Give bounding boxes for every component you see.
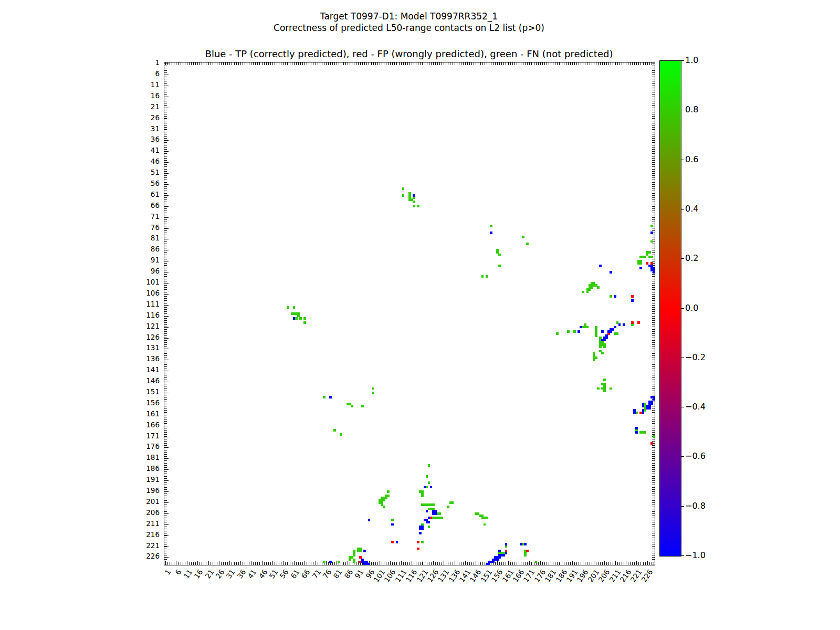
contact-point bbox=[623, 323, 625, 326]
figure-title-line1: Target T0997-D1: Model T0997RR352_1 bbox=[164, 10, 654, 22]
contact-point bbox=[505, 552, 508, 554]
contact-point bbox=[505, 543, 508, 545]
contact-point bbox=[402, 194, 405, 197]
y-tick-label: 11 bbox=[133, 81, 160, 89]
contact-point bbox=[614, 326, 617, 329]
contact-point bbox=[363, 550, 366, 552]
x-major-tick bbox=[337, 561, 337, 565]
contact-point bbox=[655, 227, 655, 229]
colorbar-tick-label: 1.0 bbox=[685, 56, 717, 65]
y-tick-label: 51 bbox=[133, 169, 160, 176]
y-tick-label: 1 bbox=[133, 59, 160, 67]
contact-point bbox=[524, 543, 527, 545]
y-major-tick bbox=[164, 162, 169, 163]
x-major-tick bbox=[251, 561, 251, 565]
contact-point bbox=[648, 407, 651, 410]
y-major-tick bbox=[164, 360, 169, 360]
colorbar-tick bbox=[681, 358, 684, 358]
colorbar bbox=[659, 60, 681, 556]
contact-point bbox=[599, 265, 602, 267]
contact-point bbox=[329, 565, 332, 565]
y-tick-label: 216 bbox=[133, 531, 160, 539]
contact-point bbox=[413, 201, 415, 203]
contact-point bbox=[413, 205, 415, 208]
contact-point bbox=[428, 526, 430, 528]
y-major-tick bbox=[164, 97, 169, 97]
contact-point bbox=[372, 387, 375, 390]
x-major-tick bbox=[647, 561, 648, 565]
contact-point bbox=[635, 412, 638, 414]
contact-point bbox=[655, 392, 655, 394]
y-tick-label: 66 bbox=[133, 202, 160, 209]
contact-point bbox=[655, 396, 655, 398]
y-tick-label: 181 bbox=[133, 454, 160, 461]
contact-point bbox=[496, 559, 499, 561]
contact-point bbox=[351, 405, 353, 407]
y-major-tick bbox=[164, 524, 169, 525]
contact-point bbox=[603, 379, 606, 381]
x-major-tick bbox=[208, 561, 209, 565]
contact-point bbox=[492, 561, 495, 563]
contact-point bbox=[524, 554, 527, 556]
contact-point bbox=[567, 330, 570, 333]
contact-point bbox=[502, 554, 505, 556]
contact-point bbox=[610, 271, 612, 274]
axes-title: Blue - TP (correctly predicted), red - F… bbox=[138, 48, 680, 59]
y-tick-label: 136 bbox=[133, 355, 160, 363]
y-tick-label: 126 bbox=[133, 333, 160, 341]
y-major-tick bbox=[164, 140, 169, 141]
x-major-tick bbox=[401, 561, 402, 565]
y-major-tick bbox=[164, 557, 169, 558]
contact-point bbox=[595, 334, 597, 337]
y-major-tick bbox=[164, 184, 169, 185]
x-major-tick bbox=[562, 561, 562, 565]
y-tick-label: 16 bbox=[133, 92, 160, 100]
contact-point bbox=[402, 187, 405, 190]
contact-point bbox=[361, 405, 364, 407]
contact-point bbox=[383, 499, 385, 502]
x-major-tick bbox=[165, 561, 166, 565]
contact-point bbox=[428, 521, 430, 523]
contact-point bbox=[303, 321, 306, 324]
contact-point bbox=[655, 271, 655, 274]
y-major-tick bbox=[164, 250, 169, 250]
contact-point bbox=[522, 236, 524, 238]
contact-point bbox=[650, 232, 653, 234]
x-major-tick bbox=[594, 561, 594, 565]
contact-point bbox=[426, 510, 428, 513]
y-tick-label: 96 bbox=[133, 267, 160, 275]
colorbar-tick bbox=[681, 407, 684, 407]
y-major-tick bbox=[164, 305, 169, 306]
colorbar-tick bbox=[681, 160, 684, 160]
figure-title-line2: Correctness of predicted L50-range conta… bbox=[164, 22, 654, 34]
contact-point bbox=[323, 561, 326, 563]
y-tick-label: 146 bbox=[133, 377, 160, 385]
contact-point bbox=[591, 286, 593, 289]
x-major-tick bbox=[262, 561, 262, 565]
y-tick-label: 26 bbox=[133, 114, 160, 122]
contact-point bbox=[650, 240, 653, 243]
y-major-tick bbox=[164, 228, 169, 229]
y-tick-label: 186 bbox=[133, 465, 160, 472]
y-major-tick bbox=[164, 195, 169, 196]
contact-point bbox=[323, 565, 326, 565]
x-major-tick bbox=[240, 561, 241, 565]
y-major-tick bbox=[164, 426, 169, 426]
minor-tick-comb bbox=[164, 562, 655, 565]
y-major-tick bbox=[164, 108, 169, 108]
x-major-tick bbox=[348, 561, 348, 565]
contact-point bbox=[599, 345, 602, 348]
y-tick-label: 111 bbox=[133, 300, 160, 308]
minor-tick-comb bbox=[652, 62, 655, 565]
contact-point bbox=[387, 490, 390, 493]
x-major-tick bbox=[476, 561, 476, 565]
contact-point bbox=[556, 332, 559, 335]
contact-map-plot-area bbox=[164, 62, 655, 565]
x-major-tick bbox=[176, 561, 176, 565]
colorbar-tick bbox=[681, 60, 684, 61]
y-tick-label: 121 bbox=[133, 322, 160, 330]
contact-point bbox=[428, 464, 430, 467]
y-major-tick bbox=[164, 173, 169, 174]
y-major-tick bbox=[164, 261, 169, 261]
contact-point bbox=[631, 323, 634, 326]
